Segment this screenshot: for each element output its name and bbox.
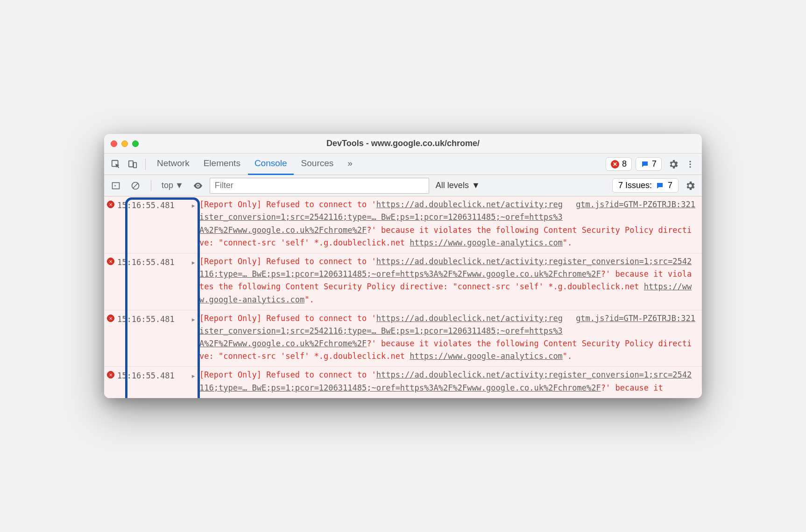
console-message: ✕15:16:55.481▸[Report Only] Refused to c… (104, 253, 702, 310)
svg-rect-1 (129, 161, 133, 167)
text-segment: [Report Only] Refused to connect to ' (199, 257, 376, 266)
console-message: ✕15:16:55.481▸[Report Only] Refused to c… (104, 366, 702, 398)
message-text: gtm.js?id=GTM-PZ6TRJB:321[Report Only] R… (199, 312, 702, 363)
separator (145, 159, 146, 170)
expand-icon[interactable]: ▸ (191, 369, 199, 382)
error-count: 8 (622, 159, 627, 169)
maximize-button[interactable] (132, 140, 139, 147)
minimize-button[interactable] (121, 140, 128, 147)
context-label: top (162, 181, 173, 190)
text-segment: [Report Only] Refused to connect to ' (199, 370, 376, 379)
text-segment: ". (304, 295, 314, 304)
inspect-icon[interactable] (108, 156, 124, 172)
message-badge[interactable]: 7 (636, 157, 662, 171)
source-link[interactable]: gtm.js?id=GTM-PZ6TRJB:321 (576, 198, 695, 211)
devtools-window: DevTools - www.google.co.uk/chrome/ Netw… (104, 134, 702, 398)
issues-button[interactable]: 7 Issues: 7 (612, 178, 679, 193)
url-link[interactable]: https://www.google-analytics.com (410, 238, 563, 247)
main-tabbar: NetworkElementsConsoleSources » ✕ 8 7 (104, 154, 702, 175)
text-segment: [Report Only] Refused to connect to ' (199, 314, 376, 323)
error-icon: ✕ (104, 255, 117, 265)
timestamp: 15:16:55.481 (117, 198, 191, 212)
tab-sources[interactable]: Sources (295, 154, 340, 175)
clear-console-icon[interactable] (127, 178, 143, 194)
log-levels-selector[interactable]: All levels ▼ (433, 181, 483, 190)
message-icon (641, 160, 649, 168)
error-icon: ✕ (104, 312, 117, 322)
console-message: ✕15:16:55.481▸gtm.js?id=GTM-PZ6TRJB:321[… (104, 310, 702, 367)
expand-icon[interactable]: ▸ (191, 312, 199, 326)
window-title: DevTools - www.google.co.uk/chrome/ (326, 139, 480, 148)
device-toggle-icon[interactable] (125, 156, 141, 172)
issues-label: 7 Issues: (618, 181, 652, 190)
url-link[interactable]: https://www.google-analytics.com (410, 351, 563, 361)
console-message: ✕15:16:55.481▸gtm.js?id=GTM-PZ6TRJB:321[… (104, 196, 702, 253)
console-toolbar: top ▼ All levels ▼ 7 Issues: 7 (104, 175, 702, 196)
settings-icon[interactable] (665, 156, 681, 172)
source-link[interactable]: gtm.js?id=GTM-PZ6TRJB:321 (576, 312, 695, 325)
issues-count: 7 (668, 181, 672, 190)
separator (151, 180, 151, 191)
svg-point-5 (689, 166, 691, 168)
live-expression-icon[interactable] (190, 178, 206, 194)
message-count: 7 (652, 159, 657, 169)
more-tabs[interactable]: » (341, 154, 359, 175)
message-text: [Report Only] Refused to connect to 'htt… (199, 255, 702, 306)
error-badge[interactable]: ✕ 8 (606, 157, 632, 171)
chevron-down-icon: ▼ (175, 181, 184, 190)
timestamp: 15:16:55.481 (117, 255, 191, 269)
titlebar: DevTools - www.google.co.uk/chrome/ (104, 134, 702, 154)
text-segment: ". (563, 351, 572, 361)
expand-icon[interactable]: ▸ (191, 255, 199, 269)
text-segment: ?' because it (601, 383, 663, 392)
tab-console[interactable]: Console (248, 154, 294, 175)
console-settings-icon[interactable] (682, 178, 698, 194)
expand-icon[interactable]: ▸ (191, 198, 199, 212)
svg-point-3 (689, 161, 691, 162)
kebab-icon[interactable] (682, 156, 698, 172)
chevron-down-icon: ▼ (472, 181, 480, 190)
context-selector[interactable]: top ▼ (159, 179, 186, 192)
svg-rect-2 (134, 162, 136, 168)
filter-input[interactable] (210, 178, 429, 194)
message-text: gtm.js?id=GTM-PZ6TRJB:321[Report Only] R… (199, 198, 702, 249)
sidebar-toggle-icon[interactable] (108, 178, 124, 194)
error-icon: ✕ (104, 198, 117, 208)
console-messages: ✕15:16:55.481▸gtm.js?id=GTM-PZ6TRJB:321[… (104, 196, 702, 398)
svg-line-8 (133, 183, 138, 188)
message-text: [Report Only] Refused to connect to 'htt… (199, 369, 702, 394)
error-icon: ✕ (611, 160, 619, 168)
tab-network[interactable]: Network (150, 154, 196, 175)
close-button[interactable] (111, 140, 117, 147)
timestamp: 15:16:55.481 (117, 369, 191, 382)
svg-point-4 (689, 163, 691, 165)
message-icon (656, 182, 664, 190)
traffic-lights (111, 140, 139, 147)
levels-label: All levels (436, 181, 469, 190)
error-icon: ✕ (104, 369, 117, 378)
timestamp: 15:16:55.481 (117, 312, 191, 326)
tab-elements[interactable]: Elements (197, 154, 247, 175)
text-segment: [Report Only] Refused to connect to ' (199, 200, 376, 209)
text-segment: ". (563, 238, 572, 247)
